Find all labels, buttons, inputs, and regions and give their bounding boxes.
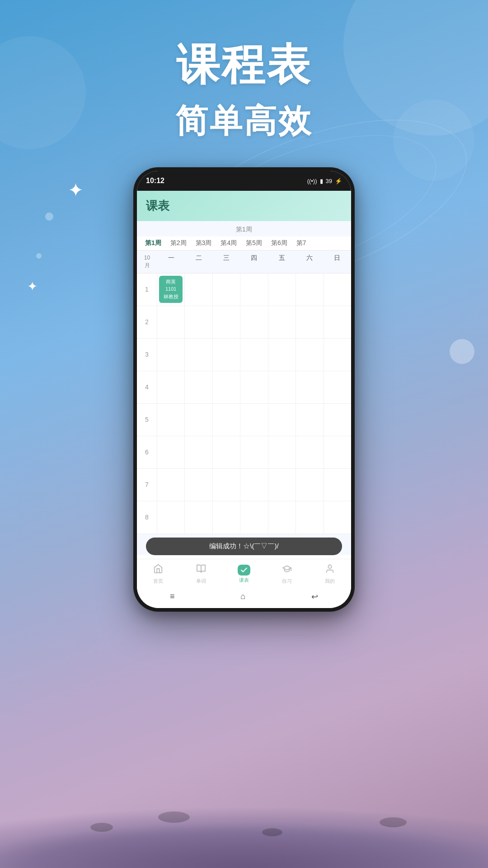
schedule-grid: 1 商英 1101 林教授 xyxy=(137,274,351,534)
cell-7-tue[interactable] xyxy=(185,469,212,501)
cell-5-tue[interactable] xyxy=(185,404,212,436)
cell-7-fri[interactable] xyxy=(268,469,296,501)
week-tab-5[interactable]: 第5周 xyxy=(241,236,267,250)
svg-point-0 xyxy=(328,565,331,568)
cell-3-wed[interactable] xyxy=(213,339,240,371)
cell-1-sat[interactable] xyxy=(296,274,324,306)
cell-3-tue[interactable] xyxy=(185,339,212,371)
cell-1-mon[interactable]: 商英 1101 林教授 xyxy=(157,274,185,306)
cell-1-sun[interactable] xyxy=(324,274,351,306)
cell-2-tue[interactable] xyxy=(185,306,212,338)
row-cells-5 xyxy=(157,404,351,436)
book-icon xyxy=(196,564,206,576)
cell-4-fri[interactable] xyxy=(268,371,296,403)
cell-6-fri[interactable] xyxy=(268,436,296,468)
cell-8-mon[interactable] xyxy=(157,501,185,533)
nav-item-study[interactable]: 自习 xyxy=(265,564,308,585)
cell-8-wed[interactable] xyxy=(213,501,240,533)
cell-8-tue[interactable] xyxy=(185,501,212,533)
cell-5-fri[interactable] xyxy=(268,404,296,436)
charging-icon: ⚡ xyxy=(335,178,342,184)
cell-6-thu[interactable] xyxy=(240,436,268,468)
cell-2-mon[interactable] xyxy=(157,306,185,338)
course-card-shangying[interactable]: 商英 1101 林教授 xyxy=(159,276,183,303)
row-cells-3 xyxy=(157,339,351,371)
cell-2-sun[interactable] xyxy=(324,306,351,338)
cell-7-sun[interactable] xyxy=(324,469,351,501)
row-num-4: 4 xyxy=(137,371,157,403)
cell-5-mon[interactable] xyxy=(157,404,185,436)
cell-2-fri[interactable] xyxy=(268,306,296,338)
course-name: 商英 xyxy=(164,278,178,285)
cell-6-sat[interactable] xyxy=(296,436,324,468)
cell-2-thu[interactable] xyxy=(240,306,268,338)
cell-8-sat[interactable] xyxy=(296,501,324,533)
row-cells-8 xyxy=(157,501,351,533)
table-row: 7 xyxy=(137,469,351,501)
week-tabs[interactable]: 第1周 第2周 第3周 第4周 第5周 第6周 第7 xyxy=(137,236,351,250)
cell-7-wed[interactable] xyxy=(213,469,240,501)
cell-2-sat[interactable] xyxy=(296,306,324,338)
cell-4-mon[interactable] xyxy=(157,371,185,403)
cell-8-sun[interactable] xyxy=(324,501,351,533)
cell-6-wed[interactable] xyxy=(213,436,240,468)
week-tab-6[interactable]: 第6周 xyxy=(267,236,292,250)
cell-3-mon[interactable] xyxy=(157,339,185,371)
toast-message: 编辑成功！☆\(￣▽￣)/ xyxy=(146,538,342,555)
home-nav-button[interactable]: ⌂ xyxy=(240,592,245,601)
cell-4-tue[interactable] xyxy=(185,371,212,403)
back-nav-button[interactable]: ↩ xyxy=(311,592,318,602)
cell-4-wed[interactable] xyxy=(213,371,240,403)
app-header-title: 课表 xyxy=(146,198,342,214)
cell-1-wed[interactable] xyxy=(213,274,240,306)
cell-7-mon[interactable] xyxy=(157,469,185,501)
cell-1-tue[interactable] xyxy=(185,274,212,306)
week-tab-7[interactable]: 第7 xyxy=(292,236,311,250)
table-row: 5 xyxy=(137,404,351,436)
week-tab-1[interactable]: 第1周 xyxy=(141,236,166,250)
menu-nav-button[interactable]: ≡ xyxy=(170,592,175,601)
cell-5-sat[interactable] xyxy=(296,404,324,436)
planet-3 xyxy=(36,253,42,259)
day-header-fri: 五 xyxy=(268,254,296,269)
cell-3-sun[interactable] xyxy=(324,339,351,371)
cell-3-fri[interactable] xyxy=(268,339,296,371)
cell-6-sun[interactable] xyxy=(324,436,351,468)
cell-4-sat[interactable] xyxy=(296,371,324,403)
row-cells-6 xyxy=(157,436,351,468)
nav-item-profile[interactable]: 我的 xyxy=(308,564,351,585)
row-num-8: 8 xyxy=(137,501,157,533)
row-cells-1: 商英 1101 林教授 xyxy=(157,274,351,306)
cell-3-thu[interactable] xyxy=(240,339,268,371)
nav-label-study: 自习 xyxy=(282,578,292,585)
cell-8-thu[interactable] xyxy=(240,501,268,533)
day-header-mon: 一 xyxy=(157,254,185,269)
nav-item-schedule[interactable]: 课表 xyxy=(223,565,266,584)
row-cells-4 xyxy=(157,371,351,403)
week-tab-4[interactable]: 第4周 xyxy=(216,236,241,250)
cell-7-sat[interactable] xyxy=(296,469,324,501)
cell-6-tue[interactable] xyxy=(185,436,212,468)
week-tab-3[interactable]: 第3周 xyxy=(191,236,216,250)
nav-item-home[interactable]: 首页 xyxy=(137,564,180,585)
row-cells-2 xyxy=(157,306,351,338)
cell-5-sun[interactable] xyxy=(324,404,351,436)
planet-1 xyxy=(450,339,474,364)
bg-hill xyxy=(0,723,488,868)
cell-4-thu[interactable] xyxy=(240,371,268,403)
cell-1-thu[interactable] xyxy=(240,274,268,306)
cell-8-fri[interactable] xyxy=(268,501,296,533)
cell-2-wed[interactable] xyxy=(213,306,240,338)
cell-5-thu[interactable] xyxy=(240,404,268,436)
nav-item-words[interactable]: 单词 xyxy=(180,564,223,585)
month-char: 月 xyxy=(145,262,150,269)
cell-3-sat[interactable] xyxy=(296,339,324,371)
cell-7-thu[interactable] xyxy=(240,469,268,501)
week-tab-2[interactable]: 第2周 xyxy=(166,236,191,250)
cell-1-fri[interactable] xyxy=(268,274,296,306)
cell-5-wed[interactable] xyxy=(213,404,240,436)
cell-4-sun[interactable] xyxy=(324,371,351,403)
cell-6-mon[interactable] xyxy=(157,436,185,468)
crater-1 xyxy=(90,823,113,832)
table-row: 2 xyxy=(137,306,351,339)
